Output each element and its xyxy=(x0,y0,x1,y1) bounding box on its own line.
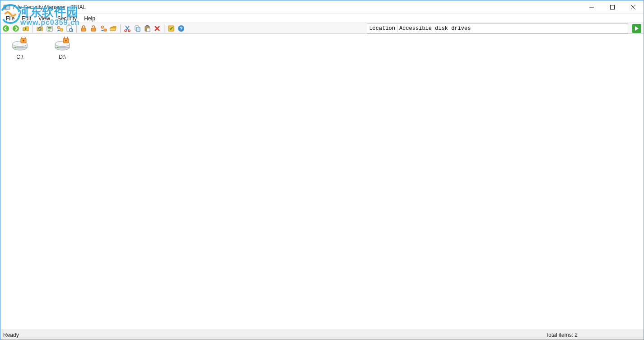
delete-button[interactable] xyxy=(153,24,162,33)
svg-point-20 xyxy=(101,26,104,28)
svg-rect-14 xyxy=(60,28,63,31)
status-right: Total items: 2 xyxy=(546,332,641,338)
drive-label: D:\ xyxy=(59,54,65,60)
permissions-button[interactable] xyxy=(45,24,54,33)
drive-locked-icon xyxy=(11,37,29,51)
drive-label: C:\ xyxy=(16,54,23,60)
window-controls xyxy=(581,0,644,14)
svg-rect-29 xyxy=(146,25,149,27)
unlock-button[interactable] xyxy=(89,24,98,33)
app-icon xyxy=(3,4,10,11)
menu-security[interactable]: Security xyxy=(54,15,80,22)
menu-file[interactable]: File xyxy=(2,15,18,22)
svg-rect-19 xyxy=(91,28,96,31)
menu-view[interactable]: View xyxy=(35,15,54,22)
toolbar-separator xyxy=(164,24,164,33)
location-bar: Location xyxy=(367,24,628,33)
svg-point-25 xyxy=(128,30,130,32)
svg-point-8 xyxy=(13,25,19,32)
cut-button[interactable] xyxy=(123,24,132,33)
toolbar-separator xyxy=(76,24,77,33)
go-button[interactable] xyxy=(631,24,643,33)
svg-point-24 xyxy=(125,30,126,32)
svg-rect-10 xyxy=(48,27,51,28)
close-button[interactable] xyxy=(623,0,644,14)
paste-button[interactable] xyxy=(143,24,152,33)
svg-rect-1 xyxy=(4,5,10,6)
svg-rect-4 xyxy=(611,5,615,9)
toolbar: ? Location xyxy=(0,23,644,34)
minimize-button[interactable] xyxy=(581,0,602,14)
svg-point-13 xyxy=(57,26,60,29)
status-left: Ready xyxy=(3,332,546,338)
file-view[interactable]: C:\ D:\ xyxy=(0,34,644,330)
toolbar-separator xyxy=(120,24,121,33)
up-button[interactable] xyxy=(21,24,30,33)
svg-text:?: ? xyxy=(180,26,183,31)
svg-rect-21 xyxy=(104,29,107,31)
back-button[interactable] xyxy=(1,24,10,33)
svg-point-48 xyxy=(65,40,67,42)
copy-button[interactable] xyxy=(133,24,142,33)
owner-button[interactable] xyxy=(55,24,64,33)
svg-rect-11 xyxy=(48,28,51,29)
drive-item[interactable]: D:\ xyxy=(47,36,78,60)
svg-rect-18 xyxy=(81,28,86,31)
maximize-button[interactable] xyxy=(602,0,623,14)
location-input[interactable] xyxy=(397,25,628,32)
titlebar: File Security Manager - TRIAL xyxy=(0,0,644,14)
toolbar-separator xyxy=(33,24,33,33)
drive-locked-icon xyxy=(53,37,71,51)
svg-rect-2 xyxy=(5,7,6,9)
audit-button[interactable] xyxy=(65,24,74,33)
user-lock-button[interactable] xyxy=(99,24,108,33)
drive-item[interactable]: C:\ xyxy=(4,36,36,60)
forward-button[interactable] xyxy=(11,24,20,33)
svg-point-40 xyxy=(15,47,16,48)
menu-edit[interactable]: Edit xyxy=(18,15,35,22)
svg-point-46 xyxy=(57,47,59,48)
svg-rect-12 xyxy=(48,30,50,31)
svg-line-17 xyxy=(72,31,73,32)
location-label: Location xyxy=(367,25,397,32)
svg-point-42 xyxy=(23,40,24,42)
refresh-button[interactable] xyxy=(35,24,44,33)
help-button[interactable]: ? xyxy=(177,24,186,33)
lock-button[interactable] xyxy=(79,24,88,33)
svg-rect-27 xyxy=(136,27,140,32)
statusbar: Ready Total items: 2 xyxy=(0,330,644,340)
folder-open-button[interactable] xyxy=(109,24,118,33)
window-title: File Security Manager - TRIAL xyxy=(13,4,86,10)
menubar: File Edit View Security Help xyxy=(0,14,644,23)
svg-rect-30 xyxy=(147,28,150,32)
menu-help[interactable]: Help xyxy=(80,15,99,22)
svg-point-7 xyxy=(3,25,9,32)
options-button[interactable] xyxy=(167,24,176,33)
